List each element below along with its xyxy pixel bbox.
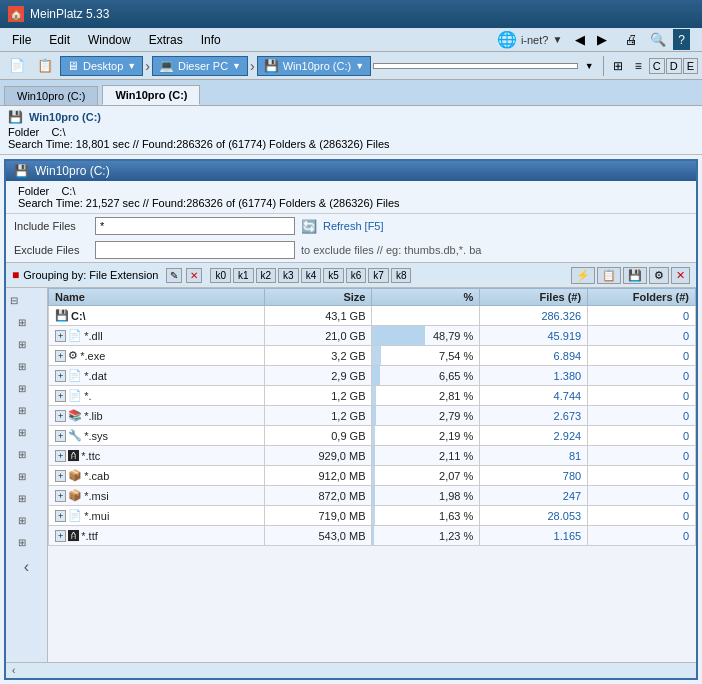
outer-folder-line: Folder C:\ <box>8 126 694 138</box>
cell-name: +📄*.dat <box>49 366 265 386</box>
num-k7[interactable]: k7 <box>368 268 389 283</box>
table-row[interactable]: +🅰*.ttc929,0 MB2,11 %810 <box>49 446 696 466</box>
toolbar-back[interactable]: ◀ <box>570 29 590 50</box>
table-row[interactable]: +📦*.cab912,0 MB2,07 %7800 <box>49 466 696 486</box>
inner-folder-path: C:\ <box>61 185 75 197</box>
num-k8[interactable]: k8 <box>391 268 412 283</box>
cell-name: +🔧*.sys <box>49 426 265 446</box>
table-row[interactable]: +🅰*.ttf543,0 MB1,23 %1.1650 <box>49 526 696 546</box>
menu-file[interactable]: File <box>4 31 39 49</box>
table-row[interactable]: 💾C:\43,1 GB286.3260 <box>49 306 696 326</box>
num-k5[interactable]: k5 <box>323 268 344 283</box>
tree-expand-11[interactable]: ⊞ <box>18 537 26 548</box>
drive-e-label[interactable]: E <box>683 58 698 74</box>
action-btn-4[interactable]: ⚙ <box>649 267 669 284</box>
tab-bar: Win10pro (C:) Win10pro (C:) <box>0 80 702 106</box>
menu-window[interactable]: Window <box>80 31 139 49</box>
cell-pct: 2,81 % <box>372 386 480 406</box>
app-title: MeinPlatz 5.33 <box>30 7 109 21</box>
table-row[interactable]: +📄*.dat2,9 GB6,65 %1.3800 <box>49 366 696 386</box>
outer-panel-title: Win10pro (C:) <box>29 111 101 123</box>
menu-extras[interactable]: Extras <box>141 31 191 49</box>
path-box[interactable] <box>373 63 578 69</box>
toolbar-print[interactable]: 🖨 <box>620 29 643 50</box>
menu-edit[interactable]: Edit <box>41 31 78 49</box>
toolbar-icon2[interactable]: 📋 <box>32 55 58 76</box>
include-input[interactable] <box>95 217 295 235</box>
drive-c-label[interactable]: C <box>649 58 665 74</box>
grouping-edit-btn[interactable]: ✎ <box>166 268 182 283</box>
cell-files: 780 <box>480 466 588 486</box>
tree-row-1: ⊞ <box>8 312 45 332</box>
content-area: 💾 Win10pro (C:) Folder C:\ Search Time: … <box>0 106 702 684</box>
toolbar-icon1[interactable]: 📄 <box>4 55 30 76</box>
view-btn2[interactable]: ≡ <box>630 56 647 76</box>
col-name[interactable]: Name <box>49 289 265 306</box>
tree-expand-root[interactable]: ⊟ <box>10 295 18 306</box>
menu-info[interactable]: Info <box>193 31 229 49</box>
num-k1[interactable]: k1 <box>233 268 254 283</box>
tree-expand-8[interactable]: ⊞ <box>18 471 26 482</box>
tree-expand-2[interactable]: ⊞ <box>18 339 26 350</box>
table-row[interactable]: +📚*.lib1,2 GB2,79 %2.6730 <box>49 406 696 426</box>
table-row[interactable]: +🔧*.sys0,9 GB2,19 %2.9240 <box>49 426 696 446</box>
tree-expand-1[interactable]: ⊞ <box>18 317 26 328</box>
table-row[interactable]: +📄*.mui719,0 MB1,63 %28.0530 <box>49 506 696 526</box>
cell-folders: 0 <box>588 506 696 526</box>
action-btn-1[interactable]: ⚡ <box>571 267 595 284</box>
tree-expand-6[interactable]: ⊞ <box>18 427 26 438</box>
tree-row-5: ⊞ <box>8 400 45 420</box>
tree-row-8: ⊞ <box>8 466 45 486</box>
scroll-left-arrow[interactable]: ‹ <box>6 665 21 676</box>
inet-dropdown[interactable]: ▼ <box>552 34 562 45</box>
tab-2[interactable]: Win10pro (C:) <box>102 85 200 105</box>
tree-expand-5[interactable]: ⊞ <box>18 405 26 416</box>
toolbar-zoom[interactable]: 🔍 <box>645 29 671 50</box>
dieser-pc-dropdown[interactable]: 💻 Dieser PC ▼ <box>152 56 248 76</box>
cell-pct: 1,98 % <box>372 486 480 506</box>
col-size[interactable]: Size <box>264 289 372 306</box>
num-k2[interactable]: k2 <box>256 268 277 283</box>
toolbar-help[interactable]: ? <box>673 29 690 50</box>
exclude-input[interactable] <box>95 241 295 259</box>
table-row[interactable]: +⚙*.exe3,2 GB7,54 %6.8940 <box>49 346 696 366</box>
refresh-button[interactable]: Refresh [F5] <box>323 220 384 232</box>
drive-d-label[interactable]: D <box>666 58 682 74</box>
view-btn1[interactable]: ⊞ <box>608 56 628 76</box>
action-btn-2[interactable]: 📋 <box>597 267 621 284</box>
table-row[interactable]: +📄*.dll21,0 GB48,79 %45.9190 <box>49 326 696 346</box>
drive-dropdown[interactable]: 💾 Win10pro (C:) ▼ <box>257 56 371 76</box>
col-pct[interactable]: % <box>372 289 480 306</box>
tree-expand-7[interactable]: ⊞ <box>18 449 26 460</box>
cell-files: 1.380 <box>480 366 588 386</box>
table-row[interactable]: +📦*.msi872,0 MB1,98 %2470 <box>49 486 696 506</box>
tree-expand-3[interactable]: ⊞ <box>18 361 26 372</box>
path-dropdown-arrow[interactable]: ▼ <box>580 58 599 74</box>
action-btn-3[interactable]: 💾 <box>623 267 647 284</box>
col-files[interactable]: Files (#) <box>480 289 588 306</box>
cell-name: +📄*.mui <box>49 506 265 526</box>
num-k6[interactable]: k6 <box>346 268 367 283</box>
action-btn-5[interactable]: ✕ <box>671 267 690 284</box>
tree-expand-10[interactable]: ⊞ <box>18 515 26 526</box>
num-k3[interactable]: k3 <box>278 268 299 283</box>
cell-pct: 2,79 % <box>372 406 480 426</box>
table-row[interactable]: +📄*.1,2 GB2,81 %4.7440 <box>49 386 696 406</box>
toolbar-forward[interactable]: ▶ <box>592 29 612 50</box>
cell-files: 4.744 <box>480 386 588 406</box>
tree-expand-9[interactable]: ⊞ <box>18 493 26 504</box>
col-folders[interactable]: Folders (#) <box>588 289 696 306</box>
cell-files: 286.326 <box>480 306 588 326</box>
left-pane-scroll-left[interactable]: ‹ <box>6 554 47 580</box>
desktop-dropdown[interactable]: 🖥 Desktop ▼ <box>60 56 143 76</box>
bottom-scrollbar[interactable]: ‹ <box>6 662 696 678</box>
tab-1[interactable]: Win10pro (C:) <box>4 86 98 105</box>
tree-expand-4[interactable]: ⊞ <box>18 383 26 394</box>
num-k4[interactable]: k4 <box>301 268 322 283</box>
grouping-clear-btn[interactable]: ✕ <box>186 268 202 283</box>
cell-pct: 1,63 % <box>372 506 480 526</box>
cell-pct: 1,23 % <box>372 526 480 546</box>
num-k0[interactable]: k0 <box>210 268 231 283</box>
app-icon: 🏠 <box>8 6 24 22</box>
file-table[interactable]: Name Size % Files (#) Folders (#) 💾C:\43… <box>48 288 696 662</box>
